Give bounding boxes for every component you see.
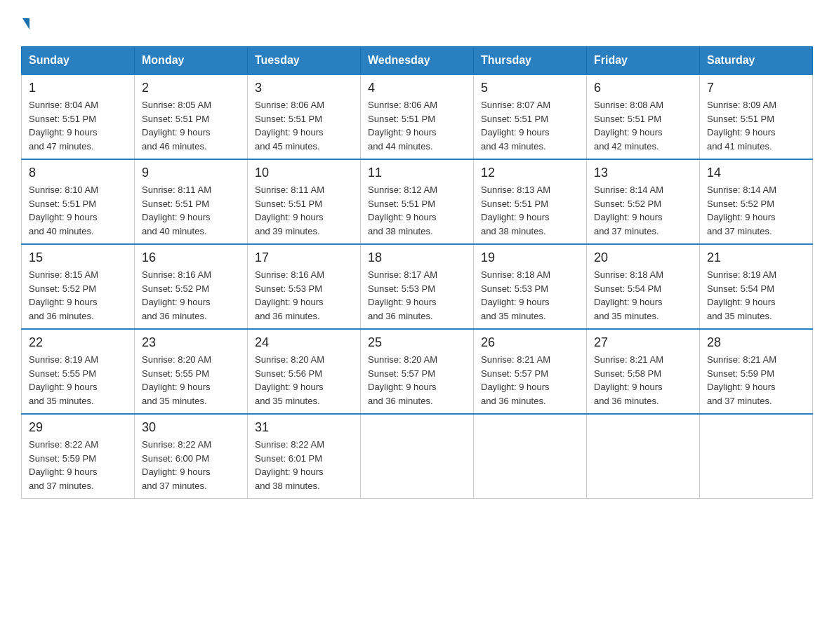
day-info: Sunrise: 8:18 AM Sunset: 5:53 PM Dayligh… [481,268,579,323]
day-info: Sunrise: 8:20 AM Sunset: 5:55 PM Dayligh… [142,353,240,408]
day-number: 6 [594,81,692,95]
day-of-week-header: Saturday [700,47,813,75]
day-info: Sunrise: 8:14 AM Sunset: 5:52 PM Dayligh… [594,183,692,238]
calendar-day-cell: 22 Sunrise: 8:19 AM Sunset: 5:55 PM Dayl… [22,329,135,414]
calendar-day-cell: 23 Sunrise: 8:20 AM Sunset: 5:55 PM Dayl… [135,329,248,414]
day-info: Sunrise: 8:21 AM Sunset: 5:58 PM Dayligh… [594,353,692,408]
calendar-day-cell: 30 Sunrise: 8:22 AM Sunset: 6:00 PM Dayl… [135,414,248,499]
day-info: Sunrise: 8:07 AM Sunset: 5:51 PM Dayligh… [481,98,579,153]
day-of-week-header: Sunday [22,47,135,75]
day-number: 15 [29,250,127,265]
day-number: 20 [594,250,692,265]
calendar-header: SundayMondayTuesdayWednesdayThursdayFrid… [22,47,813,75]
day-info: Sunrise: 8:08 AM Sunset: 5:51 PM Dayligh… [594,98,692,153]
calendar-body: 1 Sunrise: 8:04 AM Sunset: 5:51 PM Dayli… [22,74,813,499]
calendar-day-cell [474,414,587,499]
day-number: 19 [481,250,579,265]
day-number: 7 [707,81,805,95]
calendar-week-row: 15 Sunrise: 8:15 AM Sunset: 5:52 PM Dayl… [22,244,813,329]
logo [21,21,29,32]
day-number: 25 [368,335,466,350]
calendar-day-cell: 3 Sunrise: 8:06 AM Sunset: 5:51 PM Dayli… [248,74,361,159]
day-number: 26 [481,335,579,350]
day-number: 27 [594,335,692,350]
day-info: Sunrise: 8:22 AM Sunset: 5:59 PM Dayligh… [29,438,127,492]
calendar-day-cell: 11 Sunrise: 8:12 AM Sunset: 5:51 PM Dayl… [361,159,474,244]
day-number: 18 [368,250,466,265]
day-info: Sunrise: 8:10 AM Sunset: 5:51 PM Dayligh… [29,183,127,238]
calendar-day-cell: 10 Sunrise: 8:11 AM Sunset: 5:51 PM Dayl… [248,159,361,244]
day-of-week-header: Thursday [474,47,587,75]
day-info: Sunrise: 8:11 AM Sunset: 5:51 PM Dayligh… [142,183,240,238]
day-info: Sunrise: 8:16 AM Sunset: 5:53 PM Dayligh… [255,268,353,323]
day-number: 24 [255,335,353,350]
calendar-day-cell: 18 Sunrise: 8:17 AM Sunset: 5:53 PM Dayl… [361,244,474,329]
calendar-day-cell: 25 Sunrise: 8:20 AM Sunset: 5:57 PM Dayl… [361,329,474,414]
day-number: 4 [368,81,466,95]
calendar-day-cell: 19 Sunrise: 8:18 AM Sunset: 5:53 PM Dayl… [474,244,587,329]
calendar-day-cell: 15 Sunrise: 8:15 AM Sunset: 5:52 PM Dayl… [22,244,135,329]
calendar-day-cell: 27 Sunrise: 8:21 AM Sunset: 5:58 PM Dayl… [587,329,700,414]
day-info: Sunrise: 8:15 AM Sunset: 5:52 PM Dayligh… [29,268,127,323]
calendar-day-cell: 24 Sunrise: 8:20 AM Sunset: 5:56 PM Dayl… [248,329,361,414]
day-number: 9 [142,166,240,180]
day-info: Sunrise: 8:18 AM Sunset: 5:54 PM Dayligh… [594,268,692,323]
calendar-table: SundayMondayTuesdayWednesdayThursdayFrid… [21,46,813,499]
day-info: Sunrise: 8:16 AM Sunset: 5:52 PM Dayligh… [142,268,240,323]
calendar-day-cell: 31 Sunrise: 8:22 AM Sunset: 6:01 PM Dayl… [248,414,361,499]
day-info: Sunrise: 8:19 AM Sunset: 5:54 PM Dayligh… [707,268,805,323]
day-number: 22 [29,335,127,350]
calendar-day-cell: 8 Sunrise: 8:10 AM Sunset: 5:51 PM Dayli… [22,159,135,244]
day-number: 3 [255,81,353,95]
day-number: 21 [707,250,805,265]
day-number: 16 [142,250,240,265]
calendar-day-cell [361,414,474,499]
calendar-day-cell: 2 Sunrise: 8:05 AM Sunset: 5:51 PM Dayli… [135,74,248,159]
day-number: 13 [594,166,692,180]
day-info: Sunrise: 8:14 AM Sunset: 5:52 PM Dayligh… [707,183,805,238]
day-info: Sunrise: 8:21 AM Sunset: 5:59 PM Dayligh… [707,353,805,408]
day-number: 31 [255,420,353,435]
calendar-day-cell: 16 Sunrise: 8:16 AM Sunset: 5:52 PM Dayl… [135,244,248,329]
day-number: 11 [368,166,466,180]
calendar-day-cell: 12 Sunrise: 8:13 AM Sunset: 5:51 PM Dayl… [474,159,587,244]
calendar-day-cell: 7 Sunrise: 8:09 AM Sunset: 5:51 PM Dayli… [700,74,813,159]
day-info: Sunrise: 8:22 AM Sunset: 6:00 PM Dayligh… [142,438,240,492]
day-number: 30 [142,420,240,435]
day-info: Sunrise: 8:11 AM Sunset: 5:51 PM Dayligh… [255,183,353,238]
day-of-week-header: Friday [587,47,700,75]
calendar-day-cell: 21 Sunrise: 8:19 AM Sunset: 5:54 PM Dayl… [700,244,813,329]
day-info: Sunrise: 8:21 AM Sunset: 5:57 PM Dayligh… [481,353,579,408]
calendar-day-cell: 17 Sunrise: 8:16 AM Sunset: 5:53 PM Dayl… [248,244,361,329]
calendar-day-cell: 5 Sunrise: 8:07 AM Sunset: 5:51 PM Dayli… [474,74,587,159]
calendar-day-cell: 9 Sunrise: 8:11 AM Sunset: 5:51 PM Dayli… [135,159,248,244]
day-info: Sunrise: 8:17 AM Sunset: 5:53 PM Dayligh… [368,268,466,323]
day-info: Sunrise: 8:09 AM Sunset: 5:51 PM Dayligh… [707,98,805,153]
calendar-day-cell: 20 Sunrise: 8:18 AM Sunset: 5:54 PM Dayl… [587,244,700,329]
logo-triangle-icon [22,18,29,29]
page-header [21,21,813,32]
calendar-week-row: 8 Sunrise: 8:10 AM Sunset: 5:51 PM Dayli… [22,159,813,244]
day-info: Sunrise: 8:05 AM Sunset: 5:51 PM Dayligh… [142,98,240,153]
day-of-week-header: Monday [135,47,248,75]
calendar-week-row: 1 Sunrise: 8:04 AM Sunset: 5:51 PM Dayli… [22,74,813,159]
calendar-day-cell: 26 Sunrise: 8:21 AM Sunset: 5:57 PM Dayl… [474,329,587,414]
calendar-week-row: 29 Sunrise: 8:22 AM Sunset: 5:59 PM Dayl… [22,414,813,499]
day-info: Sunrise: 8:20 AM Sunset: 5:56 PM Dayligh… [255,353,353,408]
calendar-week-row: 22 Sunrise: 8:19 AM Sunset: 5:55 PM Dayl… [22,329,813,414]
day-number: 10 [255,166,353,180]
day-info: Sunrise: 8:22 AM Sunset: 6:01 PM Dayligh… [255,438,353,492]
calendar-day-cell: 29 Sunrise: 8:22 AM Sunset: 5:59 PM Dayl… [22,414,135,499]
day-number: 17 [255,250,353,265]
day-info: Sunrise: 8:04 AM Sunset: 5:51 PM Dayligh… [29,98,127,153]
day-number: 12 [481,166,579,180]
day-number: 1 [29,81,127,95]
calendar-day-cell: 13 Sunrise: 8:14 AM Sunset: 5:52 PM Dayl… [587,159,700,244]
calendar-day-cell: 4 Sunrise: 8:06 AM Sunset: 5:51 PM Dayli… [361,74,474,159]
day-info: Sunrise: 8:13 AM Sunset: 5:51 PM Dayligh… [481,183,579,238]
calendar-day-cell [700,414,813,499]
calendar-day-cell: 14 Sunrise: 8:14 AM Sunset: 5:52 PM Dayl… [700,159,813,244]
calendar-day-cell: 1 Sunrise: 8:04 AM Sunset: 5:51 PM Dayli… [22,74,135,159]
day-of-week-header: Tuesday [248,47,361,75]
day-number: 29 [29,420,127,435]
